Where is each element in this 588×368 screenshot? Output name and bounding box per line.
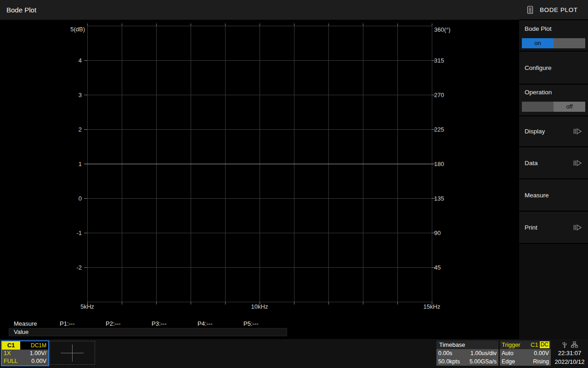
submenu-arrow-icon	[573, 128, 582, 134]
submenu-arrow-icon	[573, 224, 582, 230]
menu-item-display[interactable]: Display	[519, 116, 588, 146]
axis-tick-label: 1	[79, 161, 82, 167]
channel1-offset: 0.00V	[31, 357, 46, 365]
channel1-attenuation: 1X	[4, 350, 11, 357]
axis-tick-label: 180	[434, 161, 444, 167]
lan-icon	[571, 341, 578, 348]
axis-tick-label: 5(dB)	[70, 26, 85, 33]
channel1-scale: 1.00V/	[30, 350, 46, 357]
measure-row-label: Measure	[14, 320, 37, 328]
bode-plot-toggle[interactable]: on	[522, 38, 585, 48]
axis-tick-label: 360(°)	[434, 26, 451, 33]
value-row: Value	[9, 328, 287, 336]
axis-tick-label: 2	[79, 126, 82, 133]
window-title-bar: Bode Plot	[0, 0, 519, 20]
crosshair-icon	[72, 345, 73, 362]
timebase-delay: 0.00s	[438, 349, 452, 357]
trigger-level: 0.00V	[534, 349, 549, 357]
bode-plot-menu-sidebar: BODE PLOT Bode Plot on Configure Operati…	[519, 0, 588, 339]
x-axis-labels: 5kHz 10kHz 15kHz	[80, 303, 440, 310]
right-axis-labels: 360(°) 315 270 225 180 135 90 45	[434, 26, 451, 271]
bode-plot-chart: 5(dB) 4 3 2 1 0 -1 -2 360(°) 315 270 225…	[0, 0, 519, 320]
value-row-label: Value	[14, 328, 28, 336]
menu-item-print[interactable]: Print	[519, 212, 588, 243]
operation-toggle[interactable]: off	[522, 102, 585, 112]
axis-tick-label: -2	[76, 264, 82, 271]
menu-item-label: Configure	[525, 64, 582, 71]
timebase-mem-depth: 50.0kpts	[438, 357, 460, 366]
toggle-off-segment[interactable]: off	[554, 102, 585, 112]
timebase-descriptor-box[interactable]: Timebase 0.00s 1.00us/div 50.0kpts 5.00G…	[436, 340, 498, 366]
left-axis-labels: 5(dB) 4 3 2 1 0 -1 -2	[70, 26, 85, 271]
axis-tick-label: 5kHz	[80, 303, 94, 310]
sidebar-header: BODE PLOT	[519, 0, 588, 19]
usb-icon	[562, 341, 567, 348]
axis-tick-label: 45	[434, 264, 441, 271]
menu-item-label: Display	[525, 128, 573, 135]
toggle-on-segment[interactable]: on	[522, 38, 554, 48]
trigger-type: Edge	[502, 357, 515, 366]
bode-plot-toggle-label: Bode Plot	[525, 25, 552, 32]
axis-tick-label: 10kHz	[251, 303, 268, 310]
menu-item-measure[interactable]: Measure	[519, 179, 588, 211]
trigger-title: Trigger	[500, 340, 531, 349]
axis-tick-label: 225	[434, 126, 444, 133]
measure-slot-p3[interactable]: P3:---	[152, 320, 167, 328]
timebase-scale: 1.00us/div	[470, 349, 497, 357]
measure-row: Measure P1:--- P2:--- P3:--- P4:--- P5:-…	[0, 320, 519, 328]
oscilloscope-screen: 5(dB) 4 3 2 1 0 -1 -2 360(°) 315 270 225…	[0, 0, 588, 368]
toggle-on-segment[interactable]	[522, 102, 554, 112]
operation-toggle-label: Operation	[525, 89, 552, 96]
toggle-off-segment[interactable]	[554, 38, 585, 48]
axis-tick-label: 4	[79, 57, 82, 64]
page-title: Bode Plot	[6, 6, 36, 14]
menu-item-label: Data	[525, 160, 573, 167]
axis-tick-label: 3	[79, 92, 82, 98]
measure-slot-p5[interactable]: P5:---	[243, 320, 259, 328]
axis-tick-label: 135	[434, 195, 444, 202]
menu-section-bode-plot: Bode Plot on	[519, 20, 588, 51]
submenu-arrow-icon	[573, 160, 582, 166]
sidebar-title: BODE PLOT	[540, 6, 578, 13]
menu-list-icon	[527, 6, 533, 14]
trigger-mode: Auto	[502, 349, 514, 357]
axis-tick-label: 90	[434, 230, 441, 236]
channel1-descriptor-box[interactable]: C1 DC1M 1X 1.00V/ FULL 0.00V	[1, 340, 49, 366]
menu-item-label: Print	[525, 224, 573, 231]
empty-channel-slot[interactable]	[50, 341, 95, 365]
clock-area: 22:31:07 2022/10/12	[552, 340, 588, 366]
bottom-status-bar: C1 DC1M 1X 1.00V/ FULL 0.00V Timebase	[0, 339, 588, 368]
trigger-source: C1	[531, 340, 538, 349]
channel1-bandwidth: FULL	[4, 357, 18, 365]
timebase-title: Timebase	[436, 340, 465, 349]
sidebar-empty-area	[519, 244, 588, 339]
measure-slot-p2[interactable]: P2:---	[106, 320, 121, 328]
measure-slot-p4[interactable]: P4:---	[198, 320, 213, 328]
status-date: 2022/10/12	[552, 357, 588, 366]
measure-slot-p1[interactable]: P1:---	[60, 320, 75, 328]
channel1-coupling: DC1M	[20, 341, 48, 350]
trigger-descriptor-box[interactable]: Trigger C1 DC Auto 0.00V Edge Rising	[500, 340, 551, 366]
menu-item-label: Measure	[525, 192, 582, 199]
axis-tick-label: -1	[76, 230, 82, 236]
axis-tick-label: 0	[79, 195, 82, 202]
channel1-name-badge: C1	[2, 341, 20, 350]
trigger-coupling-badge: DC	[540, 341, 549, 348]
axis-tick-label: 270	[434, 92, 444, 98]
menu-item-data[interactable]: Data	[519, 147, 588, 178]
menu-item-configure[interactable]: Configure	[519, 52, 588, 84]
timebase-sample-rate: 5.00GSa/s	[469, 357, 497, 366]
menu-section-operation: Operation off	[519, 85, 588, 115]
status-time: 22:31:07	[552, 349, 588, 357]
trigger-slope: Rising	[533, 357, 549, 366]
axis-tick-label: 315	[434, 57, 444, 64]
axis-tick-label: 15kHz	[424, 303, 441, 310]
